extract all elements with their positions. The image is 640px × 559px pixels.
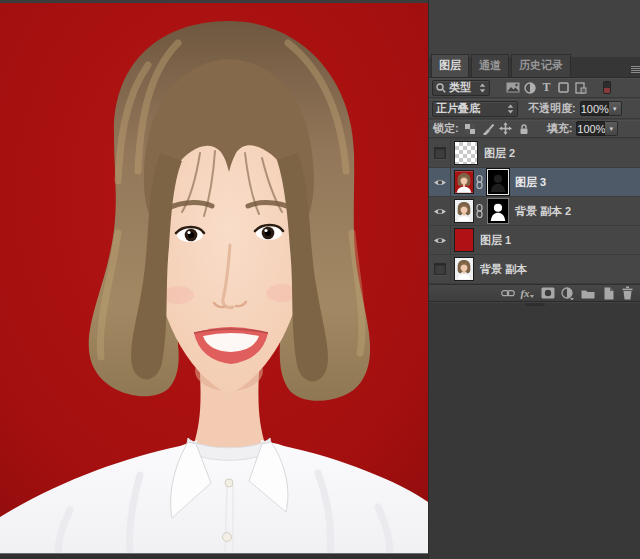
- layer-mask-thumbnail[interactable]: [487, 198, 509, 224]
- panel-menu-icon[interactable]: [631, 65, 640, 73]
- lock-pixels-icon[interactable]: [481, 122, 495, 135]
- tab-layers[interactable]: 图层: [431, 54, 469, 77]
- opacity-value[interactable]: 100%: [580, 101, 609, 116]
- lock-position-icon[interactable]: [499, 122, 513, 135]
- visibility-toggle[interactable]: [429, 168, 451, 197]
- layers-panel: 图层 通道 历史记录 类型 T: [428, 0, 640, 559]
- fill-value[interactable]: 100%: [576, 121, 605, 136]
- layer-mask-thumbnail-selected[interactable]: [487, 169, 509, 195]
- layer-name: 图层 2: [484, 146, 515, 161]
- delete-layer-trash-icon[interactable]: [620, 286, 635, 301]
- filter-toggle-switch[interactable]: [603, 81, 611, 94]
- tab-channels[interactable]: 通道: [471, 54, 509, 77]
- layer-row-bg-copy[interactable]: 背景 副本: [429, 255, 640, 284]
- lock-transparency-icon[interactable]: [463, 122, 477, 135]
- filter-pixel-layers-icon[interactable]: [504, 80, 521, 95]
- filter-adjustment-layers-icon[interactable]: [521, 80, 538, 95]
- link-layers-icon[interactable]: [500, 286, 515, 301]
- layer-row-bg-copy2[interactable]: 背景 副本 2: [429, 197, 640, 226]
- opacity-dropdown-arrow-icon[interactable]: ▾: [609, 101, 622, 116]
- layer-row-layer1[interactable]: 图层 1: [429, 226, 640, 255]
- photoshop-window: 图层 通道 历史记录 类型 T: [0, 0, 640, 559]
- lock-all-icon[interactable]: [517, 122, 531, 135]
- panel-empty-area: [429, 303, 640, 559]
- spinner-icon: [479, 83, 486, 93]
- filter-type-layers-icon[interactable]: T: [538, 80, 555, 95]
- filter-type-label: 类型: [449, 80, 471, 95]
- portrait-photo: [0, 3, 428, 553]
- eye-icon[interactable]: [433, 236, 447, 245]
- mask-link-icon[interactable]: [474, 174, 485, 190]
- window-bottom-strip: [0, 553, 428, 559]
- new-group-icon[interactable]: [580, 286, 595, 301]
- filter-type-dropdown[interactable]: 类型: [432, 80, 490, 96]
- eye-icon[interactable]: [433, 178, 447, 187]
- opacity-label: 不透明度:: [528, 101, 576, 116]
- visibility-toggle[interactable]: [429, 139, 451, 168]
- filter-smart-objects-icon[interactable]: [572, 80, 589, 95]
- new-layer-icon[interactable]: [600, 286, 615, 301]
- layer-list: 图层 2 图层 3: [429, 139, 640, 284]
- visibility-off-box[interactable]: [434, 147, 446, 159]
- eye-icon[interactable]: [433, 207, 447, 216]
- document-canvas[interactable]: [0, 3, 428, 553]
- layer-filter-row: 类型 T: [429, 78, 640, 98]
- layer-thumbnail-portrait-white[interactable]: [454, 199, 474, 223]
- new-adjustment-layer-icon[interactable]: [560, 286, 575, 301]
- filter-shape-layers-icon[interactable]: [555, 80, 572, 95]
- panel-tabbar: 图层 通道 历史记录: [429, 57, 640, 78]
- layer-row-layer3-selected[interactable]: 图层 3: [429, 168, 640, 197]
- layer-row-layer2[interactable]: 图层 2: [429, 139, 640, 168]
- blend-mode-value: 正片叠底: [436, 101, 480, 116]
- visibility-toggle[interactable]: [429, 197, 451, 226]
- layer-thumbnail-solid-red[interactable]: [454, 228, 474, 252]
- lock-row: 锁定: 填充: 100% ▾: [429, 120, 640, 138]
- spinner-icon: [507, 104, 514, 114]
- layer-thumbnail-transparent[interactable]: [454, 141, 478, 165]
- blend-mode-row: 正片叠底 不透明度: 100% ▾: [429, 99, 640, 119]
- layer-name: 背景 副本: [480, 262, 527, 277]
- blend-mode-dropdown[interactable]: 正片叠底: [432, 101, 518, 117]
- fill-dropdown-arrow-icon[interactable]: ▾: [605, 121, 618, 136]
- visibility-toggle[interactable]: [429, 255, 451, 284]
- mask-link-icon[interactable]: [474, 203, 485, 219]
- layer-style-fx-icon[interactable]: fx: [520, 286, 535, 301]
- fill-control[interactable]: 100% ▾: [576, 121, 618, 136]
- layer-thumbnail-portrait-white[interactable]: [454, 257, 474, 281]
- add-layer-mask-icon[interactable]: [540, 286, 555, 301]
- layer-name: 图层 3: [515, 175, 546, 190]
- visibility-off-box[interactable]: [434, 263, 446, 275]
- lock-label: 锁定:: [433, 121, 459, 136]
- tab-history[interactable]: 历史记录: [511, 54, 571, 77]
- layer-thumbnail-portrait-red[interactable]: [454, 170, 474, 194]
- layer-name: 图层 1: [480, 233, 511, 248]
- layer-name: 背景 副本 2: [515, 204, 571, 219]
- visibility-toggle[interactable]: [429, 226, 451, 255]
- opacity-control[interactable]: 100% ▾: [580, 101, 622, 116]
- layers-panel-bottom-bar: fx: [429, 284, 640, 302]
- panel-resize-grip[interactable]: [525, 303, 545, 306]
- fill-label: 填充:: [547, 121, 573, 136]
- search-icon: [436, 83, 446, 93]
